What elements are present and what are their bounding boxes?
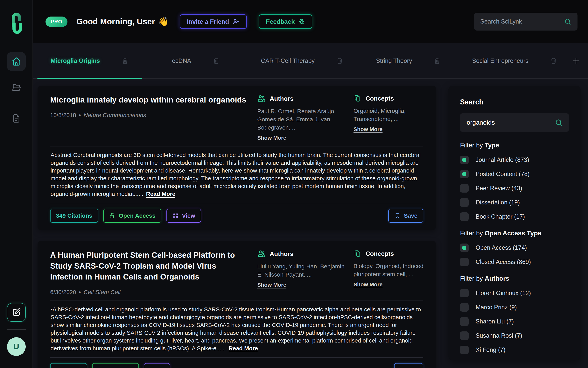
feedback-button[interactable]: Feedback	[259, 14, 312, 29]
checkbox[interactable]	[460, 303, 469, 312]
paper-meta: 6/30/2020 • Cell Stem Cell	[50, 289, 248, 295]
authors-show-more-link[interactable]: Show More	[257, 135, 286, 141]
authors-show-more-link[interactable]: Show More	[257, 282, 286, 288]
paper-card: Microglia innately develop within cerebr…	[37, 86, 436, 230]
view-button[interactable]: View	[166, 209, 201, 223]
filter-option-label: Peer Review (43)	[476, 185, 522, 192]
delete-tab-icon[interactable]	[121, 57, 129, 64]
filter-option[interactable]: Book Chapter (17)	[460, 212, 569, 221]
filter-search-input[interactable]	[460, 113, 569, 132]
plus-icon	[571, 56, 580, 65]
checkbox[interactable]	[460, 170, 469, 178]
concepts-show-more-link[interactable]: Show More	[353, 126, 382, 132]
filter-option[interactable]: Dissertation (19)	[460, 198, 569, 207]
copy-icon	[353, 94, 362, 102]
authors-list: Paul R. Ormel, Renata Araújo Gomes de Sá…	[257, 107, 345, 132]
tab-ecdna[interactable]: ecDNA	[143, 43, 249, 78]
read-more-link[interactable]: Read More	[229, 345, 258, 351]
checkbox[interactable]	[460, 258, 469, 266]
paper-date: 10/8/2018	[50, 112, 76, 119]
open-access-button[interactable]	[92, 363, 139, 368]
filter-option[interactable]: Marco Prinz (9)	[460, 303, 569, 312]
search-icon[interactable]	[555, 118, 563, 127]
filter-option-label: Posted Content (78)	[476, 171, 529, 178]
delete-tab-icon[interactable]	[434, 57, 441, 64]
checkbox[interactable]	[460, 331, 469, 340]
nav-home-button[interactable]	[7, 52, 26, 71]
delete-tab-icon[interactable]	[213, 57, 220, 64]
save-button[interactable]	[394, 363, 423, 368]
citations-button[interactable]	[50, 363, 87, 368]
filter-option[interactable]: Open Access (174)	[460, 244, 569, 252]
checkbox[interactable]	[460, 317, 469, 326]
content-area: Microglia Origins ecDNA CAR T-Cell Thera…	[33, 43, 588, 368]
nav-documents-button[interactable]	[12, 114, 21, 123]
paper-actions: 349 Citations Open Access View Save	[50, 209, 423, 223]
abstract-text: Abstract Cerebral organoids are 3D stem …	[51, 152, 421, 197]
save-button[interactable]: Save	[388, 209, 423, 223]
tab-string-theory[interactable]: String Theory	[355, 43, 461, 78]
checkbox[interactable]	[460, 184, 469, 193]
card-divider	[50, 146, 423, 147]
filter-option[interactable]: Posted Content (78)	[460, 170, 569, 178]
checkbox[interactable]	[460, 289, 469, 297]
filter-option[interactable]: Xi Feng (7)	[460, 346, 569, 354]
checkbox[interactable]	[460, 156, 469, 164]
checkbox[interactable]	[460, 212, 469, 221]
delete-tab-icon[interactable]	[336, 57, 344, 64]
edit-icon	[12, 308, 21, 317]
citations-button[interactable]: 349 Citations	[50, 209, 98, 223]
paper-abstract: Abstract Cerebral organoids are 3D stem …	[51, 151, 423, 198]
concepts-header: Concepts	[353, 249, 431, 258]
filter-search	[460, 113, 569, 132]
greeting-text: Good Morning, User	[76, 17, 155, 26]
user-avatar[interactable]: U	[7, 337, 26, 356]
authors-list: Liuliu Yang, Yuling Han, Benjamin E. Nil…	[257, 262, 345, 279]
filter-heading-type: Filter by Type	[460, 142, 569, 149]
concepts-heading: Concepts	[366, 95, 394, 102]
filter-option[interactable]: Closed Access (869)	[460, 258, 569, 266]
sidebar-divider	[7, 330, 26, 330]
checkbox[interactable]	[460, 346, 469, 354]
filter-heading-prefix: Filter by	[460, 142, 485, 149]
invite-friend-button[interactable]: Invite a Friend	[180, 14, 247, 29]
pro-badge: PRO	[45, 17, 67, 27]
paper-header: Microglia innately develop within cerebr…	[50, 94, 423, 141]
view-button[interactable]	[144, 363, 170, 368]
filter-option[interactable]: Florent Ginhoux (12)	[460, 289, 569, 297]
search-icon[interactable]	[564, 18, 572, 26]
filter-option[interactable]: Sharon Liu (7)	[460, 317, 569, 326]
meta-dot: •	[79, 112, 81, 119]
paper-abstract: •A hPSC-derived cell and organoid platfo…	[51, 305, 423, 352]
checkbox[interactable]	[460, 198, 469, 207]
document-icon	[12, 114, 21, 123]
add-tab-button[interactable]	[568, 56, 584, 65]
filter-option-label: Susanna Rosi (7)	[476, 332, 522, 339]
nav-library-button[interactable]	[12, 83, 21, 92]
users-icon	[257, 94, 266, 103]
filter-heading-open-access: Filter by Open Access Type	[460, 230, 569, 237]
meta-dot: •	[79, 289, 81, 295]
global-search-input[interactable]	[480, 18, 564, 25]
filter-heading-authors: Filter by Authors	[460, 275, 569, 282]
open-access-label: Open Access	[119, 212, 155, 219]
open-access-button[interactable]: Open Access	[103, 209, 161, 223]
concepts-show-more-link[interactable]: Show More	[353, 281, 382, 288]
sidebar-nav	[0, 52, 32, 145]
tab-car-t-cell-therapy[interactable]: CAR T-Cell Therapy	[249, 43, 355, 78]
feedback-label: Feedback	[266, 18, 295, 25]
card-divider	[50, 203, 423, 203]
tab-social-entrepreneurs[interactable]: Social Entrepreneurs	[461, 43, 568, 78]
filter-heading-name: Type	[485, 142, 499, 149]
delete-tab-icon[interactable]	[550, 57, 557, 64]
filter-option[interactable]: Journal Article (873)	[460, 156, 569, 164]
filter-option[interactable]: Peer Review (43)	[460, 184, 569, 193]
filter-option[interactable]: Susanna Rosi (7)	[460, 331, 569, 340]
paper-header: A Human Pluripotent Stem Cell-based Plat…	[50, 249, 423, 295]
tab-microglia-origins[interactable]: Microglia Origins	[36, 43, 143, 78]
read-more-link[interactable]: Read More	[146, 191, 175, 197]
compose-button[interactable]	[7, 303, 26, 322]
tab-label: Microglia Origins	[51, 57, 100, 64]
checkbox[interactable]	[460, 244, 469, 252]
expand-icon	[172, 212, 179, 219]
